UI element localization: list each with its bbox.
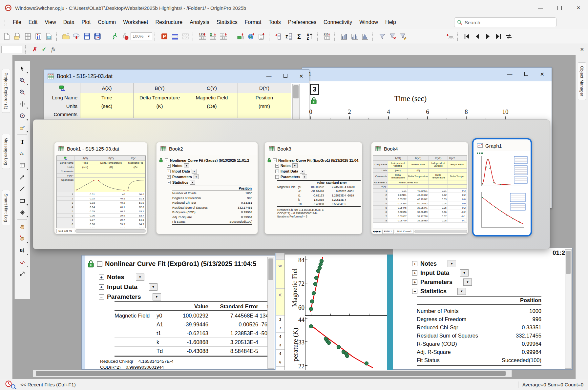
toolbar-grip[interactable]: [56, 32, 59, 41]
pause-script-button[interactable]: [120, 31, 130, 41]
remove-filter-button[interactable]: [388, 31, 398, 41]
menu-window[interactable]: Window: [356, 18, 382, 27]
recent-files-icon[interactable]: [5, 380, 18, 389]
vertical-scrollbar[interactable]: [565, 249, 572, 369]
pointer-tool-icon[interactable]: [16, 63, 29, 74]
swap-windows-button[interactable]: [504, 31, 514, 41]
comments-cell[interactable]: [80, 110, 134, 118]
toolbar-grip[interactable]: [457, 32, 460, 41]
comments-cell[interactable]: [186, 110, 238, 118]
new-project-button[interactable]: [2, 31, 12, 41]
import-excel-button[interactable]: X: [208, 31, 218, 41]
comments-cell[interactable]: [238, 110, 291, 118]
text-tool-icon[interactable]: T: [16, 136, 29, 148]
horizontal-scrollbar[interactable]: [33, 370, 512, 377]
import-database-button[interactable]: [236, 31, 245, 41]
tab-smart-hint-log[interactable]: Smart Hint Log: [2, 190, 10, 226]
cancel-edit-icon[interactable]: ✗: [31, 46, 39, 53]
previous-window-button[interactable]: [472, 31, 482, 41]
edit-filter-button[interactable]: [398, 31, 408, 41]
toolbar-grip[interactable]: [25, 45, 28, 54]
next-window-button[interactable]: [483, 31, 493, 41]
tab-messages-log[interactable]: Messages Log: [2, 134, 10, 169]
expand-icon[interactable]: +: [412, 270, 417, 276]
comments-cell[interactable]: [134, 110, 186, 118]
save-button[interactable]: [82, 31, 92, 41]
child-minimize-icon[interactable]: —: [507, 71, 513, 77]
data-filter-button[interactable]: [377, 31, 387, 41]
menu-statistics[interactable]: Statistics: [213, 18, 241, 27]
child-minimize-icon[interactable]: —: [266, 73, 272, 79]
column-header[interactable]: C(Y): [186, 83, 238, 93]
open-button[interactable]: [61, 31, 71, 41]
toolbar-grip[interactable]: [334, 32, 337, 41]
annotation-tool-icon[interactable]: [16, 122, 29, 133]
switcher-card-book2[interactable]: Book2 −Nonlinear Curve Fit (Gauss) (5/13…: [156, 142, 258, 234]
fit-layers-button-disabled[interactable]: [180, 31, 190, 41]
sum-column-button[interactable]: Σ: [284, 31, 294, 41]
switcher-card-book1[interactable]: Book1 - S15-125-03.dat A(X) B(Y) C(Y Lon…: [54, 142, 147, 234]
send-to-powerpoint-button[interactable]: P: [159, 31, 169, 41]
polygon-tool-icon[interactable]: [16, 207, 29, 218]
zoom-in-tool-icon[interactable]: [16, 74, 29, 86]
fit-report-left-window[interactable]: − Nonlinear Curve Fit (ExpGro1) (5/13/20…: [81, 255, 275, 370]
sheet-nav-icons[interactable]: ◀◀▶▶: [373, 230, 381, 233]
toolbar-grip[interactable]: [193, 32, 195, 41]
close-icon[interactable]: ✕: [569, 0, 588, 16]
long-name-cell[interactable]: Position: [238, 93, 291, 102]
menu-connectivity[interactable]: Connectivity: [320, 18, 356, 27]
expand-icon[interactable]: +: [99, 284, 104, 290]
menubar-grip[interactable]: [5, 19, 6, 26]
set-column-values-button[interactable]: 123: [322, 31, 332, 41]
resize-tool-icon[interactable]: [16, 268, 29, 280]
menu-worksheet[interactable]: Worksheet: [119, 18, 152, 27]
hand-pan-tool-icon[interactable]: [16, 221, 29, 233]
dropdown-button[interactable]: ▼: [460, 269, 469, 277]
dropdown-button[interactable]: ▼: [153, 293, 161, 300]
collapse-icon[interactable]: −: [99, 294, 104, 299]
toolbar-grip[interactable]: [269, 32, 271, 41]
save-template-button[interactable]: [93, 31, 102, 41]
units-cell[interactable]: (sec): [80, 102, 134, 110]
horizontal-scrollbar[interactable]: [75, 229, 146, 233]
expand-icon[interactable]: +: [99, 275, 104, 280]
collapse-icon[interactable]: −: [412, 289, 417, 294]
sort-button[interactable]: AZ: [305, 31, 315, 41]
menu-tools[interactable]: Tools: [265, 18, 284, 27]
sheet-tab[interactable]: FitNL1: [382, 230, 394, 234]
book1-worksheet[interactable]: A(X) B(Y) C(Y) D(Y) Long Name Time Delta…: [44, 83, 309, 118]
select-data-tool-icon[interactable]: B: [16, 244, 29, 256]
pan-tool-icon[interactable]: [16, 98, 29, 110]
statistics-sigma-button[interactable]: Σ: [295, 31, 304, 41]
long-name-cell[interactable]: Delta Temperature: [134, 93, 186, 102]
menu-preferences[interactable]: Preferences: [284, 18, 320, 27]
new-notes-button[interactable]: [44, 31, 54, 41]
zoom-out-tool-icon[interactable]: [16, 86, 29, 98]
close-bar-icon[interactable]: ✕: [580, 47, 584, 52]
toolbar-grip[interactable]: [155, 32, 157, 41]
column-header[interactable]: B(Y): [134, 83, 186, 93]
menu-analysis[interactable]: Analysis: [186, 18, 213, 27]
search-input[interactable]: Search: [454, 17, 556, 27]
scrollbar-thumb[interactable]: [36, 371, 506, 376]
cell-reference-box[interactable]: [1, 46, 22, 53]
menu-column[interactable]: Column: [94, 18, 119, 27]
units-cell[interactable]: (Oe): [186, 102, 238, 110]
child-close-icon[interactable]: ✕: [299, 73, 304, 79]
tab-object-manager[interactable]: Object Manager: [578, 62, 586, 100]
new-graph-button[interactable]: [33, 31, 43, 41]
run-script-button[interactable]: [110, 31, 119, 41]
import-ascii-button[interactable]: 123: [198, 31, 207, 41]
import-web-button[interactable]: [246, 31, 256, 41]
dropdown-button[interactable]: ▼: [136, 274, 144, 281]
horizontal-scrollbar[interactable]: [414, 230, 467, 233]
toolbar-grip[interactable]: [231, 32, 233, 41]
add-function-plot-button[interactable]: [445, 31, 455, 41]
line-tool-icon[interactable]: [16, 183, 29, 195]
toolbar-grip[interactable]: [105, 32, 107, 41]
switcher-card-graph1-selected[interactable]: Graph1: [472, 138, 532, 236]
arrow-tool-icon[interactable]: [16, 171, 29, 183]
equation-tool-icon[interactable]: √a: [16, 148, 29, 159]
new-folder-button[interactable]: [12, 31, 22, 41]
sheet-tab[interactable]: S15-125-03: [56, 229, 74, 233]
